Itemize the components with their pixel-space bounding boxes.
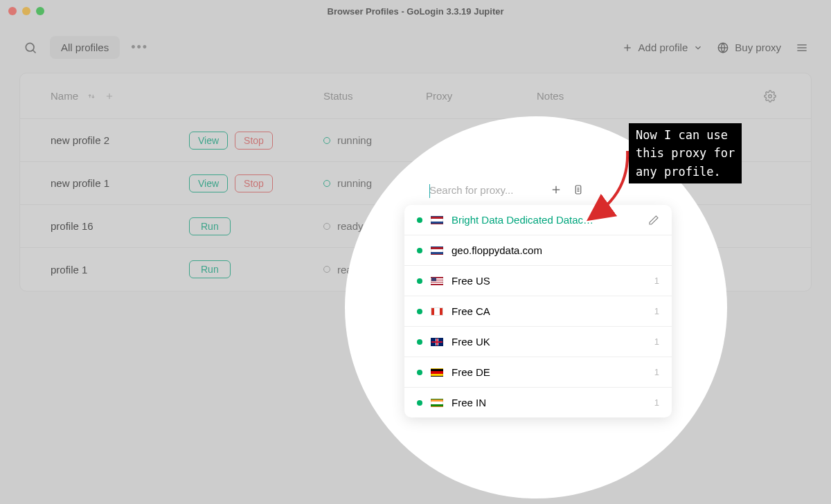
profile-name: new profile 2 [51, 134, 189, 146]
search-icon[interactable] [22, 39, 39, 56]
annotation-callout: Now I can use this proxy for any profile… [629, 123, 742, 183]
edit-icon[interactable] [648, 215, 659, 226]
toolbar: All profiles ••• Add profile Buy proxy [0, 22, 831, 73]
maximize-window-button[interactable] [36, 7, 44, 15]
col-proxy-label: Proxy [426, 90, 537, 102]
run-button[interactable]: Run [189, 260, 231, 278]
status-dot-icon [323, 180, 330, 187]
proxy-label: Free US [452, 275, 646, 287]
proxy-option[interactable]: Bright Data Dedicated Datac… [404, 205, 672, 235]
svg-point-11 [769, 94, 772, 98]
globe-icon [717, 42, 729, 54]
proxy-option[interactable]: Free DE1 [404, 357, 672, 388]
paste-proxy-icon[interactable] [572, 183, 584, 196]
flag-icon [431, 246, 443, 255]
profile-name: new profile 1 [51, 177, 189, 189]
proxy-status-icon [417, 248, 422, 253]
proxy-option[interactable]: Free UK1 [404, 327, 672, 357]
traffic-lights [8, 7, 44, 15]
proxy-count: 1 [654, 306, 659, 316]
proxy-status-icon [417, 370, 422, 375]
table-header: Name Status Proxy Notes [20, 73, 811, 119]
flag-icon [431, 338, 443, 346]
col-status-label: Status [323, 90, 426, 102]
status-dot-icon [323, 266, 330, 273]
menu-icon[interactable] [795, 41, 809, 55]
proxy-option[interactable]: geo.floppydata.com [404, 235, 672, 266]
chevron-down-icon [693, 43, 703, 53]
profile-name: profile 16 [51, 220, 189, 232]
proxy-status-icon [417, 278, 422, 284]
svg-line-1 [33, 50, 36, 53]
proxy-status-icon [417, 400, 422, 406]
proxy-search-row [429, 183, 584, 196]
flag-icon [431, 399, 443, 407]
proxy-label: Free IN [452, 397, 646, 408]
proxy-label: geo.floppydata.com [452, 244, 659, 256]
proxy-status-icon [417, 339, 422, 345]
proxy-count: 1 [654, 397, 659, 408]
col-name-label: Name [51, 90, 78, 102]
status-cell: running [323, 134, 426, 146]
gear-icon[interactable] [764, 90, 780, 102]
flag-icon [431, 277, 443, 285]
proxy-label: Bright Data Dedicated Datac… [452, 214, 640, 226]
col-notes-label: Notes [537, 90, 764, 102]
add-profile-button[interactable]: Add profile [622, 42, 704, 53]
stop-button[interactable]: Stop [235, 132, 273, 150]
status-dot-icon [323, 137, 330, 144]
sort-icon[interactable] [87, 91, 96, 101]
proxy-option[interactable]: Free US1 [404, 266, 672, 296]
proxy-search-input[interactable] [429, 184, 540, 196]
window-title: Browser Profiles - GoLogin 3.3.19 Jupite… [327, 6, 503, 17]
view-button[interactable]: View [189, 132, 228, 150]
proxy-status-icon [417, 309, 422, 314]
text-cursor [429, 184, 430, 198]
proxy-status-icon [417, 217, 422, 223]
status-dot-icon [323, 223, 330, 230]
more-icon[interactable]: ••• [131, 40, 148, 55]
flag-icon [431, 216, 443, 224]
titlebar: Browser Profiles - GoLogin 3.3.19 Jupite… [0, 0, 831, 22]
proxy-dropdown: Bright Data Dedicated Datac…geo.floppyda… [404, 205, 672, 417]
run-button[interactable]: Run [189, 217, 231, 235]
profiles-filter-button[interactable]: All profiles [50, 36, 120, 59]
proxy-option[interactable]: Free IN1 [404, 388, 672, 417]
stop-button[interactable]: Stop [235, 174, 273, 192]
close-window-button[interactable] [8, 7, 17, 15]
status-label: running [337, 177, 372, 189]
add-column-icon[interactable] [105, 91, 114, 101]
minimize-window-button[interactable] [22, 7, 30, 15]
proxy-label: Free DE [452, 366, 646, 378]
status-label: ready [337, 220, 364, 232]
proxy-count: 1 [654, 276, 659, 286]
flag-icon [431, 307, 443, 316]
proxy-label: Free CA [452, 305, 646, 317]
proxy-count: 1 [654, 336, 659, 347]
status-label: running [337, 134, 372, 146]
proxy-option[interactable]: Free CA1 [404, 296, 672, 327]
buy-proxy-label: Buy proxy [735, 42, 781, 53]
flag-icon [431, 368, 443, 377]
proxy-label: Free UK [452, 336, 646, 348]
view-button[interactable]: View [189, 174, 228, 192]
profile-name: profile 1 [51, 264, 189, 276]
buy-proxy-button[interactable]: Buy proxy [717, 42, 781, 54]
add-proxy-icon[interactable] [550, 183, 562, 196]
svg-point-0 [26, 43, 34, 51]
proxy-count: 1 [654, 367, 659, 377]
add-profile-label: Add profile [638, 42, 688, 53]
